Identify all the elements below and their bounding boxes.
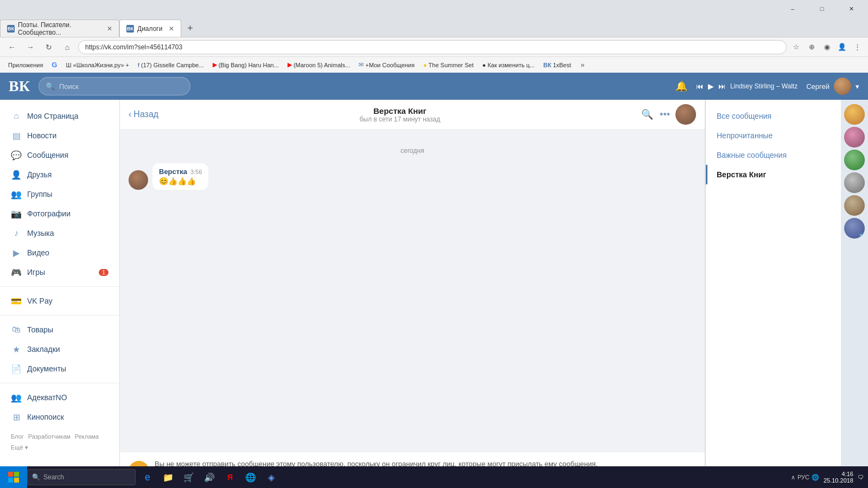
bookmarks-more-icon[interactable]: » (576, 59, 589, 72)
settings-icon[interactable]: ⊕ (805, 41, 818, 54)
sidebar-item-photos[interactable]: 📷 Фотографии (0, 204, 119, 223)
bookmark-1xbest[interactable]: ВК 1xBest (539, 60, 575, 70)
tray-lang-icon[interactable]: РУС (797, 474, 809, 480)
chat-back-button[interactable]: ‹ Назад (129, 110, 158, 119)
tab-2[interactable]: ВК Диалоги ✕ (119, 20, 181, 37)
vk-search-bar[interactable]: 🔍 (39, 77, 190, 95)
search-input[interactable] (59, 82, 183, 91)
player-prev-button[interactable]: ⏮ (696, 82, 704, 91)
sidebar-item-messages[interactable]: 💬 Сообщения (0, 145, 119, 165)
online-friend-2[interactable] (844, 127, 865, 147)
user-profile-icon[interactable]: 👤 (835, 41, 848, 54)
sidebar-item-kinopoisk[interactable]: ⊞ Кинопоиск (0, 407, 119, 427)
bookmark-kak[interactable]: ● Как изменить ц... (478, 60, 538, 70)
sidebar-item-music[interactable]: ♪ Музыка (0, 223, 119, 243)
refresh-nav-button[interactable]: ↻ (41, 40, 56, 55)
sidebar-item-games[interactable]: 🎮 Игры 1 (0, 262, 119, 282)
tray-arrow-icon[interactable]: ∧ (791, 474, 795, 481)
online-friend-6[interactable]: 3↑ (844, 218, 865, 239)
bookmark-summer-set[interactable]: ● The Summer Set (419, 60, 477, 70)
tab-close-2[interactable]: ✕ (169, 25, 174, 33)
minimize-button[interactable]: – (780, 0, 805, 17)
bookmark-g[interactable]: G (48, 59, 61, 70)
bookmark-apps[interactable]: Приложения (4, 60, 47, 70)
user-dropdown-icon: ▾ (856, 82, 859, 91)
bookmark-messages[interactable]: ✉ +Мои Сообщения (355, 60, 418, 70)
notifications-tray-icon[interactable]: 🗨 (858, 474, 864, 480)
ie-icon: e (145, 472, 150, 483)
sidebar-item-news[interactable]: ▤ Новости (0, 126, 119, 145)
right-panel-unread[interactable]: Непрочитанные (706, 126, 841, 145)
start-button[interactable] (0, 466, 27, 488)
address-bar: ← → ↻ ⌂ https://vk.com/im?sel=456114703 … (0, 37, 868, 56)
online-friend-3[interactable] (844, 150, 865, 170)
bookmark-summer-set-label: The Summer Set (429, 62, 474, 68)
extension-icon[interactable]: ◉ (820, 41, 833, 54)
chat-more-button[interactable]: ••• (660, 109, 670, 120)
close-button[interactable]: ✕ (839, 0, 864, 17)
right-panel-all-messages[interactable]: Все сообщения (706, 106, 841, 126)
bookmark-yt1[interactable]: ▶ (Big Bang) Haru Han... (209, 60, 283, 70)
home-nav-button[interactable]: ⌂ (60, 40, 75, 55)
player-play-button[interactable]: ▶ (708, 82, 714, 91)
bookmark-fb[interactable]: f (17) Gisselle Campbe... (134, 60, 208, 70)
right-panel-verstka[interactable]: Верстка Книг (706, 165, 841, 184)
footer-blog-link[interactable]: Блог (11, 433, 24, 440)
shop-icon: 🛍 (11, 324, 22, 335)
verstka-label: Верстка Книг (717, 170, 766, 179)
notification-icon[interactable]: 🔔 (675, 80, 687, 92)
window-controls: – □ ✕ (780, 0, 864, 17)
taskbar-unknown-button[interactable]: ◈ (261, 467, 281, 487)
online-friend-5[interactable] (844, 195, 865, 216)
sidebar-item-bookmarks[interactable]: ★ Закладки (0, 339, 119, 359)
chat-search-button[interactable]: 🔍 (641, 108, 653, 120)
sidebar-item-video[interactable]: ▶ Видео (0, 243, 119, 262)
bookmark-yt2[interactable]: ▶ (Maroon 5) Animals... (284, 60, 354, 70)
taskbar-ie-button[interactable]: e (138, 467, 157, 487)
taskbar-clock[interactable]: 4:16 25.10.2018 (824, 471, 853, 484)
sidebar-item-tovary[interactable]: 🛍 Товары (0, 320, 119, 339)
taskbar-volume-button[interactable]: 🔊 (200, 467, 219, 487)
tab-1[interactable]: ВК Поэты. Писатели. Сообщество... ✕ (0, 20, 119, 37)
menu-icon[interactable]: ⋮ (851, 41, 864, 54)
url-input[interactable]: https://vk.com/im?sel=456114703 (78, 40, 787, 54)
chat-contact-avatar[interactable] (675, 104, 696, 125)
bookmark-shkolazhizni[interactable]: Ш «ШколаЖизни.ру» + (62, 60, 133, 70)
tab-icon-2: ВК (126, 25, 134, 33)
sidebar-item-vkpay[interactable]: 💳 VK Pay (0, 291, 119, 311)
forward-nav-button[interactable]: → (23, 40, 38, 55)
maximize-button[interactable]: □ (809, 0, 834, 17)
right-panel-important[interactable]: Важные сообщения (706, 145, 841, 165)
tab-close-1[interactable]: ✕ (107, 25, 112, 33)
player-next-button[interactable]: ⏭ (718, 82, 726, 91)
new-tab-button[interactable]: + (181, 20, 199, 37)
chat-contact-name: Верстка Книг (164, 106, 636, 115)
tray-network-icon[interactable]: 🌐 (812, 474, 819, 481)
footer-more-link[interactable]: Ещё ▾ (11, 444, 28, 451)
taskbar-chrome-button[interactable]: 🌐 (241, 467, 260, 487)
footer-ads-link[interactable]: Реклама (75, 433, 99, 440)
taskbar-store-button[interactable]: 🛒 (179, 467, 199, 487)
sidebar-item-groups[interactable]: 👥 Группы (0, 184, 119, 204)
star-icon[interactable]: ☆ (790, 41, 803, 54)
online-friend-1[interactable] (844, 104, 865, 125)
taskbar-search[interactable]: 🔍 Search (27, 469, 136, 485)
sidebar-label-bookmarks: Закладки (27, 345, 108, 354)
message-sender-avatar (129, 170, 148, 190)
date-divider: сегодня (129, 147, 696, 155)
store-icon: 🛒 (183, 472, 194, 483)
message-text: 😊👍👍👍 (159, 177, 202, 185)
sidebar-item-friends[interactable]: 👤 Друзья (0, 165, 119, 184)
vk-logo[interactable]: ВК (9, 78, 30, 95)
online-friend-4[interactable] (844, 172, 865, 193)
sidebar-item-adekvatno[interactable]: 👥 АдекватNO (0, 388, 119, 407)
taskbar-yandex-button[interactable]: Я (220, 467, 240, 487)
vk-user-menu[interactable]: Сергей ▾ (806, 78, 859, 95)
sidebar-item-mypage[interactable]: ⌂ Моя Страница (0, 106, 119, 126)
taskbar-folder-button[interactable]: 📁 (158, 467, 178, 487)
bookmarks-bar: Приложения G Ш «ШколаЖизни.ру» + f (17) … (0, 56, 868, 73)
footer-dev-link[interactable]: Разработчикам (28, 433, 71, 440)
back-nav-button[interactable]: ← (4, 40, 20, 55)
sidebar-item-docs[interactable]: 📄 Документы (0, 359, 119, 378)
messages-list: сегодня Верстка 3:56 😊👍👍👍 (120, 130, 705, 452)
